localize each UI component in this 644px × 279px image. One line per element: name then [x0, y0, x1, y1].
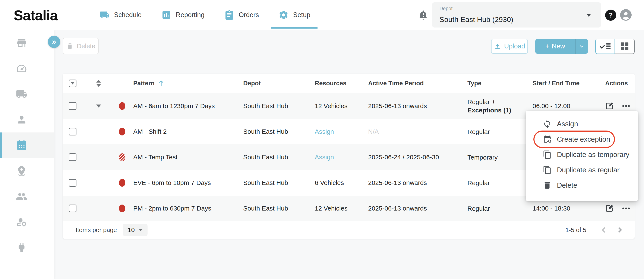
column-header-pattern[interactable]: Pattern	[133, 74, 243, 93]
person-icon	[620, 9, 632, 21]
help-button[interactable]: ?	[605, 9, 616, 21]
gear-icon	[278, 10, 289, 20]
gauge-icon	[16, 63, 27, 74]
grid-icon	[618, 42, 631, 51]
sidebar-item-dashboard[interactable]	[0, 56, 54, 81]
sidebar-expand-button[interactable]: »	[48, 36, 60, 48]
new-dropdown-button[interactable]	[576, 39, 588, 54]
chevron-down-icon	[578, 43, 585, 50]
edit-icon	[605, 204, 614, 213]
depot-cell: South East Hub	[243, 144, 315, 170]
toolbar-right-group: Upload + New	[491, 39, 634, 54]
depot-select-label: Depot	[440, 6, 452, 11]
select-all-checkbox[interactable]	[69, 80, 76, 87]
sidebar-item-user-management[interactable]	[0, 209, 54, 235]
tab-setup[interactable]: Setup	[268, 0, 320, 30]
tab-schedule[interactable]: Schedule	[90, 0, 152, 30]
depot-cell: South East Hub	[243, 93, 315, 119]
sidebar-item-drivers[interactable]	[0, 107, 54, 132]
tab-orders[interactable]: Orders	[214, 0, 269, 30]
check-list-icon	[599, 42, 611, 51]
assign-link[interactable]: Assign	[315, 128, 334, 135]
bulk-delete-button[interactable]: Delete	[63, 38, 99, 54]
list-view-toggle-selected[interactable]	[595, 39, 615, 54]
edit-pattern-button[interactable]	[605, 102, 614, 110]
grid-view-toggle[interactable]	[615, 39, 634, 54]
tab-reporting[interactable]: Reporting	[152, 0, 214, 30]
column-header-period[interactable]: Active Time Period	[368, 74, 468, 93]
new-button-label: New	[552, 42, 565, 50]
depot-select-value: South East Hub (2930)	[440, 15, 513, 24]
sort-desc-icon	[96, 84, 101, 87]
menu-item-delete[interactable]: Delete	[526, 178, 638, 193]
pattern-cell: AM - Temp Test	[133, 144, 243, 170]
pattern-status-dot-striped	[119, 153, 125, 161]
chevron-right-icon	[615, 225, 624, 235]
sidebar-item-locations[interactable]	[0, 158, 54, 184]
people-gear-icon	[16, 216, 27, 228]
assign-link[interactable]: Assign	[315, 154, 334, 161]
tab-orders-label: Orders	[239, 11, 259, 19]
chevron-left-icon	[599, 225, 608, 235]
row-checkbox[interactable]	[69, 179, 76, 187]
column-header-actions: Actions	[605, 74, 634, 93]
menu-item-create-exception[interactable]: Create exception	[526, 132, 638, 147]
row-checkbox[interactable]	[69, 205, 76, 212]
next-page-button[interactable]	[615, 225, 624, 235]
edit-pattern-button[interactable]	[605, 204, 614, 213]
row-more-actions-button[interactable]	[622, 204, 630, 213]
menu-item-duplicate-as-regular[interactable]: Duplicate as regular	[526, 162, 638, 178]
sort-ascending-arrow-icon	[158, 80, 164, 87]
truck-icon	[16, 88, 27, 100]
sync-icon	[543, 119, 552, 128]
period-cell: 2025-06-13 onwards	[368, 93, 468, 119]
row-checkbox[interactable]	[69, 128, 76, 135]
period-cell: 2025-06-13 onwards	[368, 196, 468, 221]
location-pin-icon	[16, 165, 27, 177]
row-checkbox[interactable]	[69, 102, 76, 110]
sidebar-item-depots[interactable]	[0, 30, 54, 56]
row-more-actions-button[interactable]	[622, 102, 630, 110]
sidebar-item-vehicles[interactable]	[0, 81, 54, 107]
depot-cell: South East Hub	[243, 119, 315, 144]
trash-icon	[66, 42, 74, 50]
sidebar-item-integrations[interactable]	[0, 235, 54, 261]
column-header-type[interactable]: Type	[468, 74, 532, 93]
truck-icon	[100, 10, 110, 20]
top-app-bar: Satalia Schedule Reporting Orders Setup …	[0, 0, 644, 30]
sidebar-item-shift-patterns[interactable]	[0, 132, 54, 158]
upload-button[interactable]: Upload	[491, 39, 528, 54]
tab-schedule-label: Schedule	[114, 11, 142, 19]
column-header-resources[interactable]: Resources	[315, 74, 368, 93]
items-per-page-select[interactable]: 10	[123, 224, 147, 236]
user-avatar[interactable]	[620, 9, 632, 21]
notifications-bell-icon[interactable]	[418, 10, 428, 20]
calendar-icon	[16, 139, 27, 151]
sort-asc-icon	[96, 80, 101, 82]
chevron-down-icon	[138, 229, 143, 231]
bar-chart-icon	[161, 10, 172, 20]
period-cell: 2025-06-13 onwards	[368, 170, 468, 196]
column-header-depot[interactable]: Depot	[243, 74, 315, 93]
sort-control[interactable]	[96, 80, 101, 87]
menu-item-duplicate-as-temporary[interactable]: Duplicate as temporary	[526, 147, 638, 162]
depot-select[interactable]: Depot South East Hub (2930)	[432, 2, 601, 27]
pattern-status-dot	[119, 179, 125, 187]
bulk-delete-label: Delete	[77, 42, 96, 50]
sidebar-item-teams[interactable]	[0, 184, 54, 209]
row-checkbox[interactable]	[69, 153, 76, 161]
warehouse-icon	[16, 37, 27, 49]
table-pagination: Items per page 10 1-5 of 5	[63, 221, 634, 239]
type-cell: Regular	[468, 170, 532, 196]
column-header-time[interactable]: Start / End Time	[532, 74, 605, 93]
items-per-page-value: 10	[128, 226, 134, 234]
pattern-status-dot	[119, 205, 125, 212]
plug-icon	[16, 242, 27, 254]
menu-item-assign[interactable]: Assign	[526, 116, 638, 132]
new-button[interactable]: + New	[535, 39, 576, 54]
resources-cell: 6 Vehicles	[315, 170, 368, 196]
depot-cell: South East Hub	[243, 196, 315, 221]
previous-page-button[interactable]	[599, 225, 608, 235]
expand-row-caret-icon[interactable]	[96, 104, 101, 107]
resources-cell: 12 Vehicles	[315, 196, 368, 221]
